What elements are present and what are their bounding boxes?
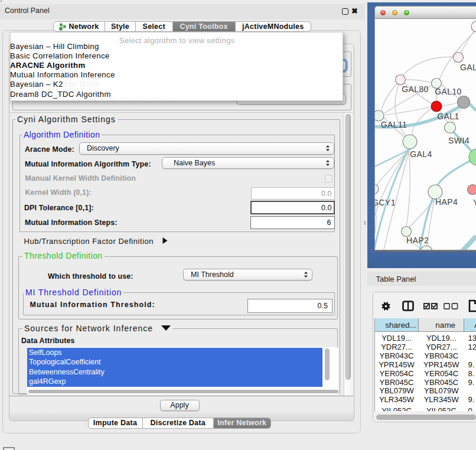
svg-text:Y: Y [473, 198, 476, 207]
svg-text:SWI4: SWI4 [448, 136, 470, 145]
svg-text:GAL4: GAL4 [410, 149, 432, 159]
svg-text:GAL80: GAL80 [402, 84, 429, 94]
svg-text:GAL1: GAL1 [437, 112, 459, 121]
svg-text:GAL10: GAL10 [435, 87, 462, 96]
svg-text:HAP4: HAP4 [435, 197, 458, 207]
svg-text:GAL11: GAL11 [381, 120, 407, 129]
svg-text:GAL: GAL [460, 63, 476, 72]
svg-text:GCY1: GCY1 [375, 198, 396, 207]
svg-text:HAP2: HAP2 [406, 236, 429, 245]
